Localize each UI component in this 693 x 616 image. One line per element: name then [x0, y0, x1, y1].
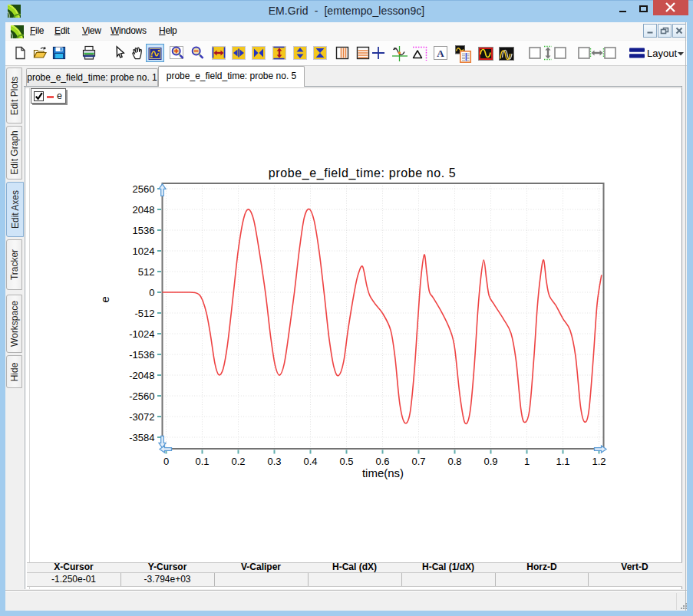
- svg-text:probe_e_field_time: probe no.: probe_e_field_time: probe no. 5: [269, 166, 457, 180]
- svg-text:-3072: -3072: [129, 411, 154, 423]
- svg-text:-3584: -3584: [129, 432, 154, 443]
- svg-text:0.9: 0.9: [483, 456, 497, 467]
- svg-text:0.7: 0.7: [411, 456, 425, 467]
- svg-text:2560: 2560: [133, 183, 155, 195]
- svg-text:1536: 1536: [133, 225, 155, 236]
- svg-text:0.5: 0.5: [339, 456, 353, 467]
- svg-text:e: e: [99, 296, 111, 302]
- svg-text:A: A: [437, 48, 444, 59]
- svg-text:0.3: 0.3: [267, 456, 281, 467]
- svg-text:0.1: 0.1: [195, 456, 209, 467]
- svg-text:time(ns): time(ns): [362, 466, 404, 479]
- svg-text:1024: 1024: [133, 245, 155, 257]
- svg-text:-1536: -1536: [129, 349, 154, 361]
- svg-text:0: 0: [163, 456, 169, 467]
- svg-text:0.4: 0.4: [303, 456, 317, 467]
- svg-text:-1024: -1024: [129, 328, 154, 340]
- svg-text:-2048: -2048: [129, 370, 154, 381]
- svg-text:2048: 2048: [133, 204, 155, 216]
- svg-text:0.8: 0.8: [447, 456, 461, 467]
- svg-text:-2560: -2560: [129, 390, 154, 402]
- svg-text:1: 1: [524, 456, 530, 467]
- svg-text:1.1: 1.1: [556, 456, 569, 467]
- svg-text:1.2: 1.2: [592, 456, 606, 467]
- svg-text:512: 512: [138, 266, 155, 278]
- svg-text:-512: -512: [134, 308, 154, 319]
- svg-text:0: 0: [149, 287, 154, 298]
- svg-text:0.2: 0.2: [231, 456, 245, 467]
